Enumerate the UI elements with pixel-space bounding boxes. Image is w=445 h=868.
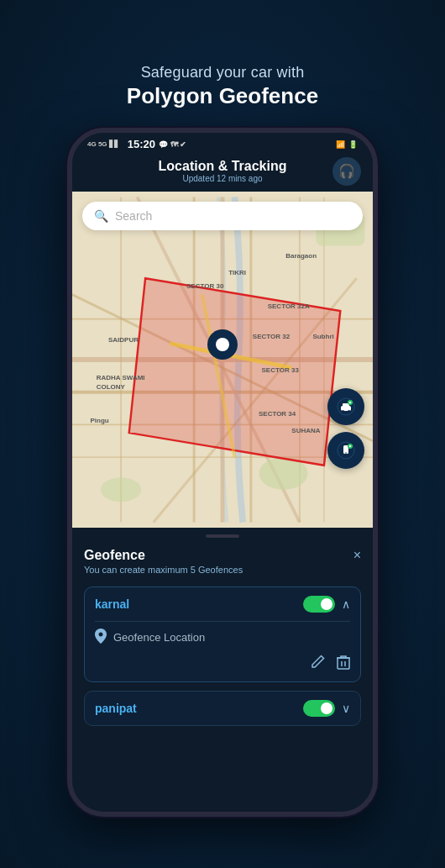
panel-header: Geofence You can create maximum 5 Geofen…	[84, 548, 361, 575]
phone-frame: 4G 5G ▋▋ 15:20 💬 🗺 ✔ 📶 🔋 Location & Trac…	[67, 128, 378, 817]
map-label-radhaswami: RADHA SWAMICOLONY	[97, 373, 145, 392]
headline-section: Safeguard your car with Polygon Geofence	[127, 32, 318, 109]
svg-point-33	[345, 452, 347, 454]
geofence-item-karnal: karnal ∧ Geofence Location	[84, 587, 361, 682]
geofence-header-panipat: panipat ∨	[95, 700, 350, 717]
map-label-suhana: SUHANA	[291, 427, 320, 434]
map-label-pingu: Pingu	[90, 417, 108, 424]
map-area[interactable]: Baragaon TIKRI SECTOR 30 SECTOR 32A SECT…	[72, 192, 373, 528]
status-time: 15:20	[128, 138, 155, 150]
search-placeholder: Search	[115, 209, 152, 223]
phone-location-button[interactable]	[327, 432, 364, 469]
signal-icons: 4G 5G ▋▋	[87, 140, 119, 148]
location-pin	[207, 329, 238, 366]
headline-line2: Polygon Geofence	[127, 83, 318, 109]
header-subtitle: Updated 12 mins ago	[159, 174, 287, 183]
toggle-panipat[interactable]	[303, 700, 335, 717]
status-left: 4G 5G ▋▋ 15:20 💬 🗺 ✔	[87, 138, 186, 150]
status-bar: 4G 5G ▋▋ 15:20 💬 🗺 ✔ 📶 🔋	[72, 133, 373, 154]
header-main-title: Location & Tracking	[159, 159, 287, 174]
header-title-block: Location & Tracking Updated 12 mins ago	[159, 159, 287, 183]
delete-button[interactable]	[337, 655, 350, 673]
search-bar[interactable]: 🔍 Search	[82, 202, 363, 230]
svg-point-35	[349, 445, 351, 447]
geofence-name-karnal: karnal	[95, 597, 129, 611]
headphone-button[interactable]: 🎧	[332, 157, 361, 186]
geofence-item-panipat: panipat ∨	[84, 691, 361, 726]
panel-title: Geofence	[84, 548, 243, 563]
location-icon	[95, 629, 107, 646]
map-actions	[327, 388, 364, 469]
search-icon: 🔍	[94, 209, 108, 223]
panel-subtitle: You can create maximum 5 Geofences	[84, 565, 243, 575]
svg-point-16	[101, 477, 141, 502]
map-label-sector33: SECTOR 33	[262, 366, 299, 374]
svg-point-30	[349, 402, 351, 403]
close-button[interactable]: ×	[353, 548, 361, 563]
map-label-sector32a: SECTOR 32A	[268, 302, 310, 310]
geofence-controls-karnal: ∧	[303, 596, 350, 613]
svg-point-27	[342, 410, 344, 413]
map-label-sector34: SECTOR 34	[259, 410, 296, 418]
svg-point-28	[348, 410, 350, 413]
edit-button[interactable]	[312, 655, 325, 673]
geofence-header-karnal: karnal ∧	[95, 596, 350, 613]
headline-line1: Safeguard your car with	[127, 64, 318, 82]
headphone-icon: 🎧	[338, 163, 355, 179]
map-label-subhri: Subhri	[312, 333, 333, 340]
car-location-button[interactable]	[327, 388, 364, 425]
map-label-saidpur: SAIDPUR	[108, 336, 139, 344]
toggle-karnal[interactable]	[303, 596, 335, 613]
battery-icon: 🔋	[348, 140, 358, 149]
geofence-name-panipat: panipat	[95, 702, 137, 715]
svg-rect-36	[338, 658, 349, 669]
geofence-controls-panipat: ∨	[303, 700, 350, 717]
panel-title-block: Geofence You can create maximum 5 Geofen…	[84, 548, 243, 575]
bottom-panel: Geofence You can create maximum 5 Geofen…	[72, 528, 373, 812]
chevron-down-panipat[interactable]: ∨	[342, 702, 350, 715]
map-label-sector30: SECTOR 30	[186, 282, 223, 290]
geofence-location-row: Geofence Location	[95, 621, 350, 646]
map-label-sector32: SECTOR 32	[253, 333, 290, 340]
app-header: Location & Tracking Updated 12 mins ago …	[72, 154, 373, 192]
svg-point-22	[216, 338, 229, 351]
geofence-location-text: Geofence Location	[113, 631, 205, 644]
map-label-baragaon: Baragaon	[285, 252, 317, 260]
panel-handle	[206, 534, 239, 538]
geofence-actions	[95, 655, 350, 673]
map-label-tikri: TIKRI	[228, 269, 246, 276]
chevron-up-karnal[interactable]: ∧	[342, 597, 350, 611]
notification-icons: 💬 🗺 ✔	[159, 140, 186, 149]
status-right: 📶 🔋	[336, 140, 358, 149]
wifi-icon: 📶	[336, 140, 345, 149]
